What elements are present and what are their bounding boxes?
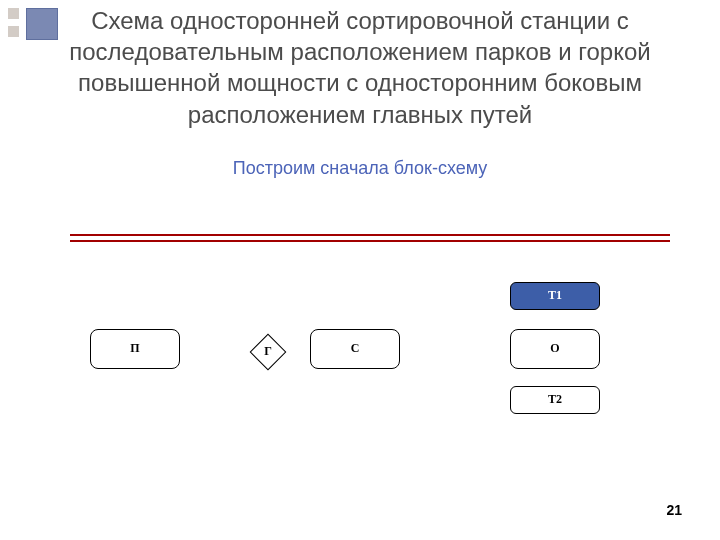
block-t2: Т2: [510, 386, 600, 414]
line-bottom: [70, 240, 670, 242]
block-diagram: П Г С Т1 О Т2: [30, 234, 690, 484]
block-g-label: Г: [264, 344, 272, 359]
block-c: С: [310, 329, 400, 369]
block-t1: Т1: [510, 282, 600, 310]
block-row: П Г С Т1 О Т2: [30, 314, 690, 434]
block-o: О: [510, 329, 600, 369]
block-g: Г: [250, 334, 286, 370]
slide-subtitle: Построим сначала блок-схему: [30, 158, 690, 179]
slide: Схема односторонней сортировочной станци…: [0, 0, 720, 540]
block-p: П: [90, 329, 180, 369]
line-top: [70, 234, 670, 236]
page-number: 21: [666, 502, 682, 518]
slide-title: Схема односторонней сортировочной станци…: [30, 5, 690, 130]
double-line: [70, 234, 670, 242]
